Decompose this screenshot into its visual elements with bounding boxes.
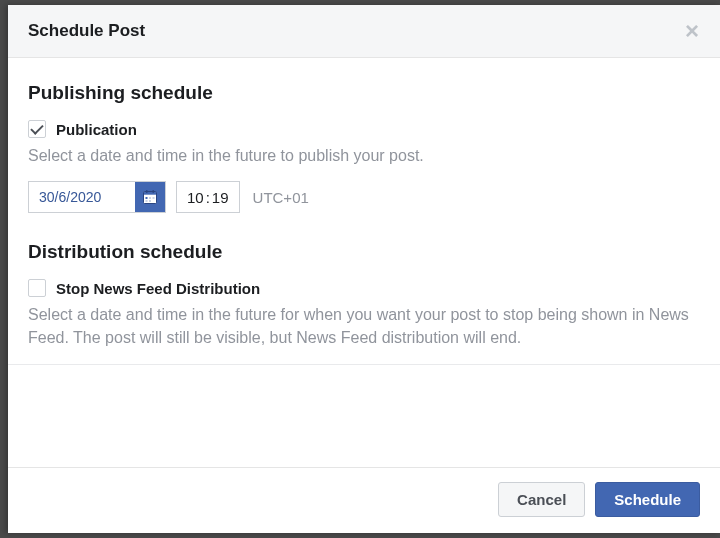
distribution-heading: Distribution schedule <box>28 241 700 263</box>
schedule-button[interactable]: Schedule <box>595 482 700 517</box>
publish-minute[interactable]: 19 <box>212 189 229 206</box>
dialog-footer: Cancel Schedule <box>8 467 720 533</box>
publish-date-field[interactable]: 30/6/2020 <box>28 181 166 213</box>
svg-rect-7 <box>153 197 155 199</box>
cancel-button[interactable]: Cancel <box>498 482 585 517</box>
publication-label: Publication <box>56 121 137 138</box>
timezone-label: UTC+01 <box>253 189 309 206</box>
close-icon: × <box>685 19 699 43</box>
calendar-button[interactable] <box>135 182 165 212</box>
publishing-heading: Publishing schedule <box>28 82 700 104</box>
calendar-icon <box>142 189 158 205</box>
stop-distribution-row: Stop News Feed Distribution <box>28 279 700 297</box>
svg-rect-3 <box>146 190 148 193</box>
publication-checkbox[interactable] <box>28 120 46 138</box>
stop-distribution-checkbox[interactable] <box>28 279 46 297</box>
publishing-help: Select a date and time in the future to … <box>28 144 700 167</box>
distribution-section: Distribution schedule Stop News Feed Dis… <box>28 241 700 349</box>
dialog-body: Publishing schedule Publication Select a… <box>8 58 720 467</box>
publish-time-field[interactable]: 10 : 19 <box>176 181 240 213</box>
publish-date-input[interactable]: 30/6/2020 <box>29 182 135 212</box>
svg-rect-8 <box>146 200 148 202</box>
close-button[interactable]: × <box>680 19 704 43</box>
time-separator: : <box>206 189 210 206</box>
dialog-header: Schedule Post × <box>8 5 720 58</box>
schedule-post-dialog: Schedule Post × Publishing schedule Publ… <box>8 5 720 533</box>
svg-rect-9 <box>149 200 151 202</box>
svg-rect-5 <box>146 197 148 199</box>
publish-hour[interactable]: 10 <box>187 189 204 206</box>
svg-rect-6 <box>149 197 151 199</box>
divider <box>8 364 720 365</box>
stop-distribution-label: Stop News Feed Distribution <box>56 280 260 297</box>
svg-rect-4 <box>152 190 154 193</box>
publishing-datetime: 30/6/2020 <box>28 181 700 213</box>
distribution-help: Select a date and time in the future for… <box>28 303 700 349</box>
publication-row: Publication <box>28 120 700 138</box>
publishing-section: Publishing schedule Publication Select a… <box>28 82 700 213</box>
dialog-title: Schedule Post <box>28 21 145 41</box>
